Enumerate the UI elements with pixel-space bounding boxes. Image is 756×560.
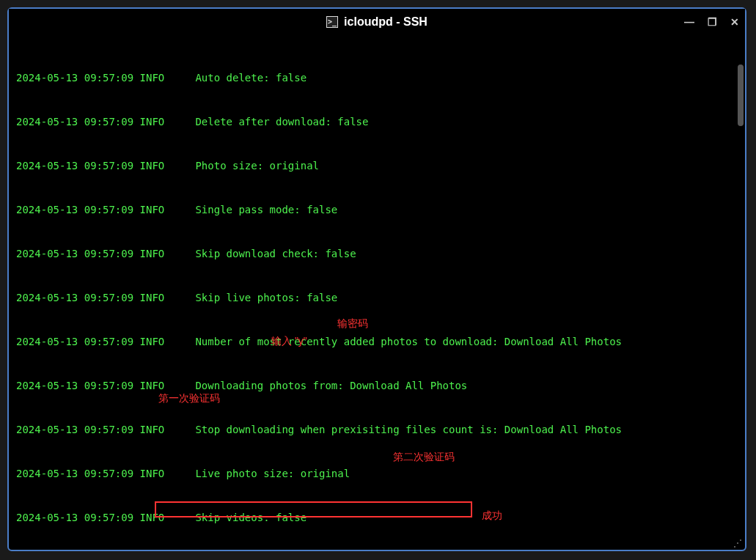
annotation-success: 成功 <box>482 508 502 523</box>
maximize-button[interactable]: ❐ <box>708 16 717 28</box>
log-line: 2024-05-13 09:57:09 INFO Number of most … <box>16 334 738 349</box>
terminal-window: >_ icloudpd - SSH — ❐ ✕ 2024-05-13 09:57… <box>7 7 746 551</box>
log-line: 2024-05-13 09:57:09 INFO Downloading pho… <box>16 378 738 393</box>
log-line: 2024-05-13 09:57:09 INFO Stop downloadin… <box>16 422 738 437</box>
annotation-second-code: 第二次验证码 <box>393 449 455 464</box>
terminal-output[interactable]: 2024-05-13 09:57:09 INFO Auto delete: fa… <box>9 35 745 550</box>
log-line: 2024-05-13 09:57:09 INFO Single pass mod… <box>16 202 738 217</box>
log-line: 2024-05-13 09:57:09 INFO Skip download c… <box>16 246 738 261</box>
annotation-password: 输密码 <box>337 316 368 331</box>
window-controls: — ❐ ✕ <box>684 16 739 28</box>
log-line: 2024-05-13 09:57:09 INFO Skip live photo… <box>16 290 738 305</box>
annotation-first-code: 第一次验证码 <box>158 391 220 405</box>
close-button[interactable]: ✕ <box>730 16 739 28</box>
log-line: 2024-05-13 09:57:09 INFO Live photo size… <box>16 466 738 481</box>
log-line: 2024-05-13 09:57:09 INFO Auto delete: fa… <box>16 70 738 85</box>
titlebar: >_ icloudpd - SSH — ❐ ✕ <box>9 9 745 35</box>
scrollbar[interactable] <box>738 65 744 126</box>
app-icon: >_ <box>326 16 338 28</box>
log-line: 2024-05-13 09:57:09 INFO Photo size: ori… <box>16 158 738 173</box>
highlight-box <box>155 501 472 517</box>
minimize-button[interactable]: — <box>684 16 694 28</box>
annotation-enter-y: 输入 "y" <box>271 334 307 348</box>
resize-grip-icon[interactable]: ⋰ <box>733 538 742 547</box>
log-line: 2024-05-13 09:57:09 INFO Delete after do… <box>16 114 738 129</box>
svg-text:>_: >_ <box>328 18 337 26</box>
window-title: icloudpd - SSH <box>344 15 427 29</box>
